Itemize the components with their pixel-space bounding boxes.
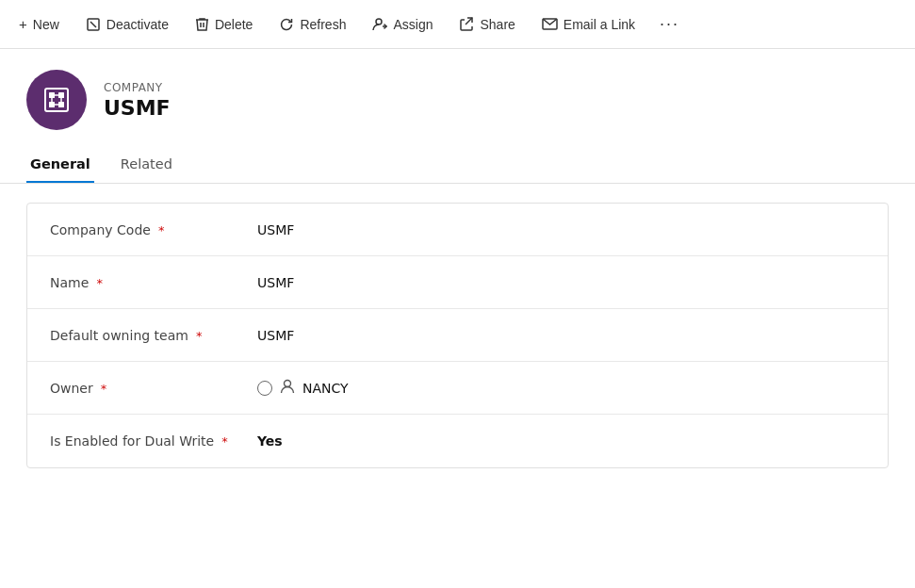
delete-icon — [195, 17, 209, 32]
owner-lookup-icon — [257, 381, 272, 396]
toolbar: + New Deactivate Delete Refr — [0, 0, 915, 49]
required-indicator: * — [192, 329, 203, 343]
deactivate-label: Deactivate — [106, 17, 169, 32]
field-name: Name * USMF — [27, 256, 888, 309]
owner-name: NANCY — [302, 381, 349, 396]
person-icon — [280, 379, 295, 398]
assign-label: Assign — [393, 17, 433, 32]
entity-header: COMPANY USMF — [0, 49, 915, 147]
svg-point-4 — [376, 19, 382, 24]
value-default-owning-team: USMF — [257, 328, 294, 343]
refresh-button[interactable]: Refresh — [268, 8, 357, 41]
delete-label: Delete — [215, 17, 253, 32]
required-indicator: * — [97, 382, 107, 396]
label-name: Name * — [50, 275, 257, 290]
field-default-owning-team: Default owning team * USMF — [27, 309, 888, 362]
entity-info: COMPANY USMF — [104, 81, 171, 120]
tab-general[interactable]: General — [26, 147, 94, 183]
avatar — [26, 70, 87, 130]
svg-point-19 — [285, 380, 291, 386]
form-container: Company Code * USMF Name * USMF Default … — [26, 203, 889, 468]
new-icon: + — [19, 16, 27, 32]
value-name: USMF — [257, 275, 294, 290]
required-indicator: * — [218, 434, 228, 449]
required-indicator: * — [92, 276, 103, 290]
refresh-label: Refresh — [300, 17, 346, 32]
share-icon — [459, 17, 474, 32]
label-dual-write: Is Enabled for Dual Write * — [50, 433, 257, 449]
svg-rect-10 — [45, 89, 68, 111]
refresh-icon — [279, 17, 294, 32]
value-owner: NANCY — [257, 379, 349, 398]
svg-rect-11 — [49, 92, 55, 98]
svg-line-8 — [466, 18, 472, 24]
share-label: Share — [480, 17, 515, 32]
svg-rect-14 — [58, 102, 64, 107]
circle-icon — [257, 381, 272, 396]
email-button[interactable]: Email a Link — [531, 8, 646, 41]
field-owner: Owner * NANCY — [27, 362, 888, 415]
tab-bar: General Related — [0, 147, 915, 184]
required-indicator: * — [155, 223, 165, 237]
value-dual-write: Yes — [257, 433, 283, 449]
label-company-code: Company Code * — [50, 222, 257, 237]
assign-button[interactable]: Assign — [361, 8, 444, 41]
entity-type: COMPANY — [104, 81, 171, 94]
svg-rect-13 — [58, 92, 64, 98]
svg-line-1 — [90, 22, 96, 27]
value-company-code: USMF — [257, 222, 294, 237]
svg-rect-12 — [49, 102, 55, 107]
share-button[interactable]: Share — [448, 8, 526, 41]
delete-button[interactable]: Delete — [184, 8, 264, 41]
field-dual-write: Is Enabled for Dual Write * Yes — [27, 415, 888, 467]
new-button[interactable]: + New — [8, 8, 71, 41]
deactivate-button[interactable]: Deactivate — [74, 8, 180, 41]
assign-icon — [372, 17, 387, 32]
tab-related[interactable]: Related — [117, 147, 176, 183]
deactivate-icon — [86, 17, 101, 32]
label-default-owning-team: Default owning team * — [50, 328, 257, 343]
new-label: New — [33, 17, 59, 32]
more-button[interactable]: ··· — [650, 8, 689, 41]
entity-name: USMF — [104, 96, 171, 120]
email-label: Email a Link — [564, 17, 635, 32]
label-owner: Owner * — [50, 381, 257, 396]
email-icon — [542, 18, 558, 30]
more-icon: ··· — [660, 14, 679, 34]
field-company-code: Company Code * USMF — [27, 204, 888, 256]
